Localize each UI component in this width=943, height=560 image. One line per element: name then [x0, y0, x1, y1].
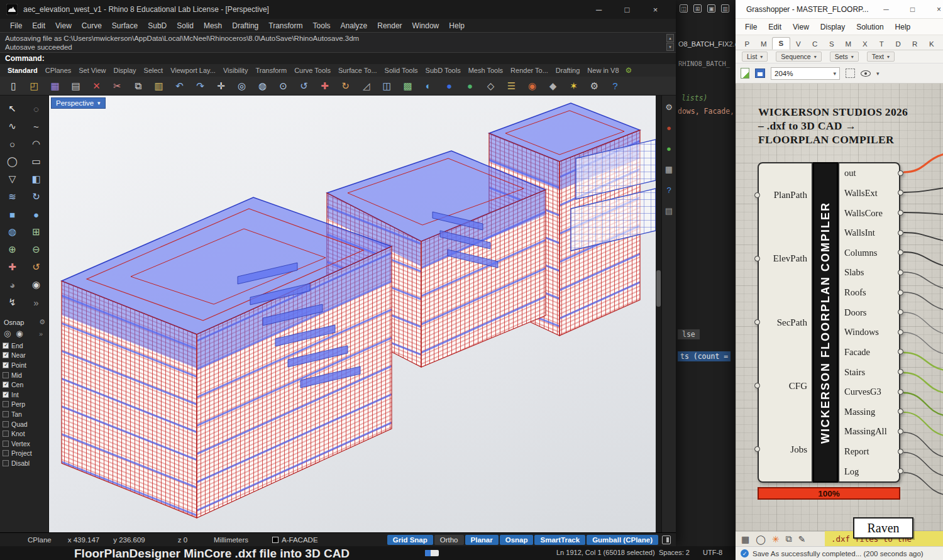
print-icon[interactable]: ▤ [66, 79, 85, 94]
toolbar-tab[interactable]: Render To... [507, 67, 552, 74]
viewport-3d-scene[interactable] [49, 96, 656, 532]
input-connector[interactable] [754, 319, 760, 325]
sketch-icon[interactable]: ✎ [798, 534, 806, 544]
menu-item[interactable]: SubD [143, 21, 172, 30]
osnap-option[interactable]: Cen [0, 380, 49, 390]
move-icon[interactable]: ✚ [315, 79, 334, 94]
box-tool-icon[interactable]: ■ [2, 206, 23, 222]
status-toggle[interactable]: Ortho [434, 535, 464, 545]
checkbox[interactable] [3, 362, 9, 368]
checkbox[interactable] [3, 343, 9, 349]
osnap-option[interactable]: Tan [0, 409, 49, 419]
editor-tab-label[interactable]: O8_BATCH_FIX2.c [678, 40, 738, 48]
new-definition-icon[interactable] [741, 68, 749, 79]
extrude-tool-icon[interactable]: ⊞ [26, 224, 47, 240]
menu-item[interactable]: Help [444, 21, 470, 30]
save-definition-icon[interactable] [755, 69, 765, 78]
open-file-icon[interactable]: ◰ [25, 79, 44, 94]
menu-item[interactable]: Drafting [227, 21, 263, 30]
zoom-selected-icon[interactable]: ⊙ [273, 79, 293, 94]
toolbar-tab[interactable]: CPlanes [41, 67, 75, 74]
osnap-option[interactable]: Disabl [0, 458, 49, 468]
lock-icon[interactable]: ◆ [543, 79, 563, 94]
category-tab[interactable]: D [890, 38, 907, 50]
globe-icon[interactable]: ● [460, 79, 480, 94]
osnap-gear-icon[interactable] [39, 318, 45, 326]
maximize-icon[interactable] [613, 5, 641, 14]
status-toggle[interactable]: SmartTrack [534, 535, 585, 545]
output-connector[interactable] [898, 429, 903, 434]
menu-item[interactable]: Help [890, 23, 917, 31]
menu-item[interactable]: Transform [263, 21, 307, 30]
help-panel-icon[interactable]: ? [664, 185, 675, 195]
toggle-panel-icon[interactable]: ▣ [707, 4, 715, 13]
rotate-tool-icon[interactable]: ↺ [26, 259, 47, 275]
command-input[interactable]: Command: [0, 53, 676, 64]
copy-icon[interactable]: ⧉ [786, 534, 792, 544]
checkbox[interactable] [3, 401, 9, 407]
grasshopper-canvas[interactable]: WICKERSON STUDIOS 2026 – .dxf to 3D CAD … [736, 84, 943, 531]
sketch-object[interactable]: Raven [853, 517, 913, 539]
output-connector[interactable] [898, 230, 903, 236]
circle-tool-icon[interactable]: ○ [2, 136, 23, 152]
maximize-icon[interactable] [900, 5, 926, 14]
minimize-icon[interactable] [873, 5, 900, 14]
output-connector[interactable] [898, 210, 903, 216]
osnap-option[interactable]: Project [0, 449, 49, 459]
category-tab[interactable]: R [907, 38, 924, 50]
copy-icon[interactable]: ⧉ [128, 79, 148, 94]
menu-item[interactable]: Tools [308, 21, 336, 30]
checkbox[interactable] [3, 431, 9, 437]
project-osnap-icon[interactable]: ◎ [4, 329, 11, 338]
output-connector[interactable] [898, 449, 903, 454]
split-editor-icon[interactable]: ◫ [680, 4, 688, 13]
output-connector[interactable] [898, 329, 903, 335]
boolean-union-icon[interactable]: ⊕ [2, 241, 23, 258]
move-tool-icon[interactable]: ✚ [2, 259, 23, 275]
building-main[interactable] [62, 197, 392, 518]
units-selector[interactable]: Millimeters [214, 536, 248, 544]
category-tab[interactable]: S [824, 38, 841, 50]
mirror-icon[interactable]: ◫ [377, 79, 397, 94]
cplane-selector[interactable]: CPlane [28, 536, 52, 544]
shaded-view-icon[interactable]: ◐ [419, 79, 438, 94]
input-connector[interactable] [754, 383, 760, 388]
toolbar-tab[interactable]: Drafting [552, 67, 584, 74]
scrollbar-chip[interactable] [425, 550, 439, 556]
checkbox[interactable] [3, 441, 9, 447]
floorplan-compiler-component[interactable]: PlanPath ElevPath SecPath [758, 162, 900, 483]
undo-icon[interactable]: ↶ [170, 79, 189, 94]
osnap-option[interactable]: Vertex [0, 439, 49, 449]
menu-item[interactable]: View [50, 21, 77, 30]
cylinder-tool-icon[interactable]: ◍ [2, 224, 23, 240]
favorite-icon[interactable]: ✳ [772, 534, 780, 544]
scale-icon[interactable]: ◿ [356, 79, 376, 94]
output-connector[interactable] [898, 369, 903, 375]
input-connector[interactable] [754, 256, 760, 261]
status-toggle[interactable]: Osnap [500, 535, 534, 545]
rectangle-tool-icon[interactable]: ▭ [26, 153, 47, 170]
loft-tool-icon[interactable]: ≋ [2, 189, 23, 205]
toolbar-tab[interactable]: Transform [251, 67, 290, 74]
toolbar-tab[interactable]: Surface To... [334, 67, 381, 74]
output-connector[interactable] [898, 170, 903, 176]
category-tab[interactable]: M [840, 38, 857, 50]
breadcrumb[interactable]: RHINO8_BATCH_ [678, 60, 730, 67]
gumball-tool-icon[interactable]: ◉ [26, 277, 47, 293]
group-chip[interactable]: Text [867, 52, 895, 62]
history-scroll-down-icon[interactable] [666, 43, 674, 51]
disable-osnap-icon[interactable]: ◉ [16, 329, 23, 338]
curve-tool-icon[interactable]: ~ [26, 118, 47, 135]
menu-item[interactable]: Window [407, 21, 444, 30]
history-tool-icon[interactable]: ↯ [2, 294, 23, 310]
preview-icon[interactable]: ◯ [756, 534, 766, 544]
display-panel-icon[interactable]: ▦ [664, 164, 675, 175]
encoding-status[interactable]: UTF-8 [703, 549, 722, 556]
gumball-icon[interactable]: ◉ [522, 79, 542, 94]
command-history[interactable]: Autosaving file as C:\Users\mwickerson\A… [0, 32, 676, 53]
toolbar-tab[interactable]: Solid Tools [381, 67, 422, 74]
menu-item[interactable]: Edit [27, 21, 50, 30]
menu-item[interactable]: Solution [851, 23, 889, 31]
scrollbar-thumb[interactable] [656, 270, 661, 307]
revolve-tool-icon[interactable]: ↻ [26, 189, 47, 205]
